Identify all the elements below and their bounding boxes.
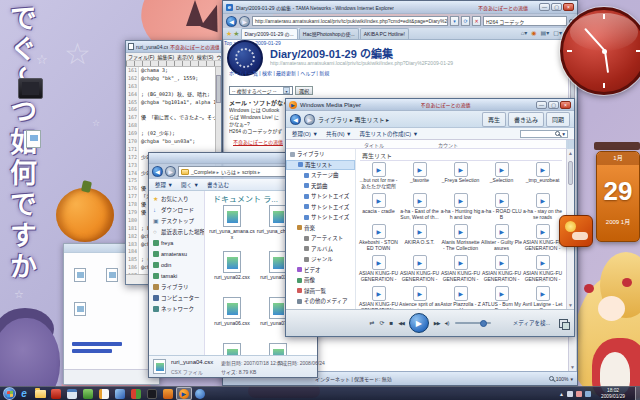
file-item[interactable]: ruri_yuna06.csx (209, 297, 255, 343)
minimize-icon[interactable]: — (539, 3, 550, 11)
toolbar-button[interactable]: 再生リストの作成(C) ▼ (360, 130, 419, 138)
toolbar-button[interactable]: 書き込む (207, 181, 229, 189)
playlist-item[interactable]: ASIAN KUNG-FU GENERATION - フィ... (399, 255, 440, 286)
sidebar-item-お気に入り[interactable]: ★お気に入り (149, 193, 204, 204)
tree-item-アルバム[interactable]: アルバム (286, 244, 355, 255)
file-icon[interactable] (106, 268, 118, 282)
breadcrumb-segment[interactable]: _Complete (191, 169, 219, 175)
sidebar-item-ネットワーク[interactable]: ネットワーク (149, 303, 204, 314)
copy-page-button[interactable]: 選択 (295, 86, 313, 95)
toolbar-button[interactable]: 開く ▼ (181, 181, 199, 189)
playlist-item[interactable]: a-ha - East of the Sun, West of th... (399, 193, 440, 224)
playlist-item[interactable]: _Selection (481, 162, 522, 193)
column-title[interactable]: タイトル (364, 141, 384, 148)
playlist-item[interactable]: AKIRA O.S.T. (399, 224, 440, 255)
tree-item-画像[interactable]: 画像 (286, 275, 355, 286)
tree-item-再生リスト[interactable]: 再生リスト (286, 160, 355, 171)
tray-icon[interactable] (585, 391, 591, 397)
taskbar-app-window[interactable] (64, 387, 80, 400)
next-icon[interactable]: ▶▶ (434, 319, 440, 327)
shuffle-icon[interactable]: ⇄ (369, 319, 374, 327)
wmp-breadcrumb[interactable]: ライブラリ ▸ 再生リスト ▸ (318, 115, 389, 124)
playlist-item[interactable]: Alanis Morissette - The Collection (440, 224, 481, 255)
tree-item-ステージ曲[interactable]: ステージ曲 (286, 170, 355, 181)
file-item[interactable]: ruri_yuna02.csx (209, 251, 255, 297)
tree-item-ジャンル[interactable]: ジャンル (286, 254, 355, 265)
taskbar-app-red[interactable] (48, 387, 64, 400)
search-media-link[interactable]: メディアを検... (513, 319, 550, 327)
weather-gadget[interactable] (559, 215, 593, 247)
playlist-item[interactable]: a-ha - ROAD CLUB (481, 193, 522, 224)
start-button[interactable] (3, 387, 16, 400)
toolbar-button[interactable]: 整理 ▼ (155, 181, 173, 189)
wmp-tab-再生[interactable]: 再生 (482, 112, 506, 127)
tree-item-ライブラリ[interactable]: ライブラリ (286, 149, 355, 160)
volume-slider[interactable] (455, 322, 491, 324)
file-item[interactable]: ruri_yuna11.csx (209, 343, 255, 355)
sidebar-item-odin[interactable]: odin (149, 259, 204, 270)
menu-item[interactable]: 検索(S) (197, 53, 214, 60)
playlist-item[interactable]: _tmp_eurobeat (522, 162, 563, 193)
taskbar-ie[interactable]: e (16, 387, 32, 400)
scrollbar-thumb[interactable] (568, 161, 573, 185)
playlist-item[interactable]: ASIAN KUNG-FU GENERATION - リル... (358, 255, 399, 286)
browser-tab[interactable]: Diary/2009-01-29 の... (241, 28, 298, 39)
favorites-icon[interactable]: ★ (226, 29, 232, 39)
playlist-item[interactable]: ASIAN KUNG-FU GENERATION - 崇拝... (481, 255, 522, 286)
toolbar-button[interactable]: 共有(N) ▼ (326, 130, 352, 138)
minimize-icon[interactable]: — (536, 101, 547, 109)
feeds-icon[interactable]: ◉ (531, 28, 536, 39)
wmp-tab-同期[interactable]: 同期 (546, 112, 570, 127)
playlist-item[interactable]: ASIAN KUNG-FU GENERATION - 新世... (522, 255, 563, 286)
playlist-item[interactable]: ASIAN KUNG-FU GENERATION - サー... (522, 224, 563, 255)
file-item[interactable]: ruri_yuna12.csx (255, 343, 301, 355)
tree-item-録画一覧[interactable]: 録画一覧 (286, 286, 355, 297)
taskbar-wmp-active[interactable] (176, 387, 192, 400)
sidebar-item-デスクトップ[interactable]: ▣デスクトップ (149, 215, 204, 226)
stop-icon[interactable]: ✕ (472, 16, 481, 26)
playlist-item[interactable]: Allister - Guilty Pleasures (481, 224, 522, 255)
previous-icon[interactable]: ◀◀ (398, 319, 404, 327)
menu-item[interactable]: ウィンドウ(W) (216, 53, 221, 60)
scroll-down-icon[interactable]: ▼ (567, 302, 574, 308)
playlist-item[interactable]: a-ha - stay on these roads (522, 193, 563, 224)
ie-title-bar[interactable]: e Diary/2009-01-29 の編集 - TAMA Networks -… (223, 1, 577, 14)
browser-tab[interactable]: AKIBA PC Hotline! (360, 28, 409, 39)
desktop-icon-document[interactable] (26, 130, 41, 148)
playlist-item[interactable]: acacia - cradle (358, 193, 399, 224)
editor-title-bar[interactable]: ruri_yuna04.csx [Shift-JIS] [CR+LF] - 秀丸… (126, 41, 221, 53)
page-icon[interactable]: ▢▾ (553, 28, 562, 39)
tree-item-天鏡曲[interactable]: 天鏡曲 (286, 181, 355, 192)
playlist-item[interactable]: Akeboshi - STONED TOWN (358, 224, 399, 255)
tray-icon[interactable] (567, 391, 573, 397)
wiki-nav-links[interactable]: ホーム | 一覧 | 検索 | 最終更新 | ヘルプ | 新規 (229, 69, 329, 76)
playlist-item[interactable]: a-ha - Hunting high and low (440, 193, 481, 224)
breadcrumb-library[interactable]: ライブラリ (318, 117, 348, 123)
taskbar-app-green[interactable] (80, 387, 96, 400)
playlist-item[interactable]: Asience sprit of asia (399, 286, 440, 309)
add-favorite-icon[interactable]: ★ (233, 29, 239, 39)
wmp-search-box[interactable]: ▾ (520, 130, 568, 138)
playlist-item[interactable]: ASIAN KUNG-FU GENERATION - ワー... (440, 255, 481, 286)
tree-item-その他のメディア[interactable]: その他のメディア (286, 296, 355, 307)
playlist-item[interactable]: ATLUS - Burn My Dread (481, 286, 522, 309)
stop-icon[interactable]: ■ (390, 319, 394, 327)
forward-icon[interactable]: ▶ (304, 114, 315, 125)
playlist-item[interactable]: ...but not for me - あたたかな場所 (358, 162, 399, 193)
back-icon[interactable]: ◀ (152, 166, 163, 177)
home-icon[interactable]: ⌂▾ (521, 28, 528, 39)
playlist-item[interactable]: _favorite (399, 162, 440, 193)
zoom-control[interactable]: 100% ▾ (549, 376, 573, 382)
file-icon[interactable] (74, 302, 86, 316)
sidebar-item-tamaki[interactable]: tamaki (149, 270, 204, 281)
search-input[interactable]: H264 コーデック (483, 16, 567, 26)
clock-gadget[interactable] (560, 7, 640, 95)
browser-tab[interactable]: Hac感Photoshopの使... (299, 28, 359, 39)
show-hidden-icons-icon[interactable]: ▲ (559, 391, 564, 397)
sidebar-item-amaterasu[interactable]: amaterasu (149, 248, 204, 259)
scroll-up-icon[interactable]: ▲ (567, 150, 574, 156)
tray-icon[interactable] (576, 391, 582, 397)
page-permalink[interactable]: http://amaterasu.amatsukami.local/priv/t… (270, 60, 520, 66)
taskbar-app-pen[interactable] (112, 387, 128, 400)
back-icon[interactable]: ◀ (290, 114, 301, 125)
